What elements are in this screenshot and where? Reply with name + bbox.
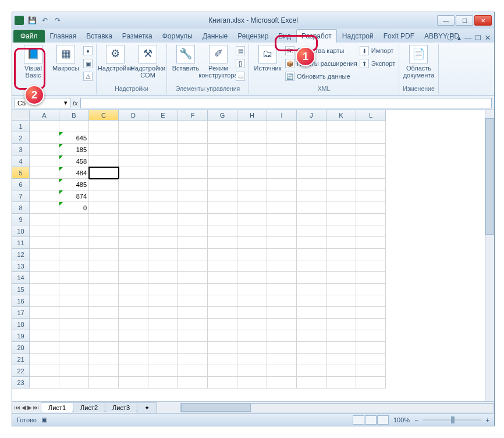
cell-F21[interactable] bbox=[178, 354, 208, 365]
tab-view[interactable]: Вид bbox=[274, 30, 296, 43]
cell-F4[interactable] bbox=[178, 156, 208, 167]
row-header-20[interactable]: 20 bbox=[12, 342, 30, 354]
cell-C20[interactable] bbox=[89, 342, 119, 354]
cell-K11[interactable] bbox=[326, 237, 356, 249]
cell-D6[interactable] bbox=[119, 179, 148, 190]
col-header-E[interactable]: E bbox=[148, 110, 178, 121]
cell-J4[interactable] bbox=[297, 156, 326, 167]
tab-formulas[interactable]: Формулы bbox=[158, 30, 197, 43]
cell-I17[interactable] bbox=[267, 307, 297, 319]
cell-F14[interactable] bbox=[178, 272, 208, 284]
com-addins-button[interactable]: ⚒ Надстройки COM bbox=[133, 45, 163, 79]
cell-L5[interactable] bbox=[356, 167, 386, 179]
cell-K19[interactable] bbox=[326, 330, 356, 342]
cell-B17[interactable] bbox=[59, 307, 89, 319]
zoom-level[interactable]: 100% bbox=[393, 416, 410, 423]
cell-B23[interactable] bbox=[59, 377, 89, 388]
row-header-18[interactable]: 18 bbox=[12, 319, 30, 330]
row-header-13[interactable]: 13 bbox=[12, 260, 30, 272]
cell-G2[interactable] bbox=[208, 132, 237, 144]
cell-J2[interactable] bbox=[297, 132, 326, 144]
row-header-4[interactable]: 4 bbox=[12, 156, 30, 167]
cell-D9[interactable] bbox=[119, 214, 148, 225]
cell-I16[interactable] bbox=[267, 295, 297, 307]
cell-K13[interactable] bbox=[326, 260, 356, 272]
cell-D7[interactable] bbox=[119, 190, 148, 202]
cell-G6[interactable] bbox=[208, 179, 237, 190]
cell-A4[interactable] bbox=[30, 156, 59, 167]
cell-H2[interactable] bbox=[237, 132, 267, 144]
cell-K22[interactable] bbox=[326, 365, 356, 377]
qat-undo-icon[interactable]: ↶ bbox=[40, 16, 49, 25]
cell-J5[interactable] bbox=[297, 167, 326, 179]
cell-E13[interactable] bbox=[148, 260, 178, 272]
cell-F15[interactable] bbox=[178, 284, 208, 295]
cell-E18[interactable] bbox=[148, 319, 178, 330]
cell-A13[interactable] bbox=[30, 260, 59, 272]
view-normal-button[interactable] bbox=[353, 415, 364, 425]
record-macro-button[interactable]: ● bbox=[83, 45, 93, 56]
cell-A18[interactable] bbox=[30, 319, 59, 330]
cell-C19[interactable] bbox=[89, 330, 119, 342]
col-header-D[interactable]: D bbox=[119, 110, 148, 121]
cell-J3[interactable] bbox=[297, 144, 326, 156]
cell-L7[interactable] bbox=[356, 190, 386, 202]
cell-G14[interactable] bbox=[208, 272, 237, 284]
cell-L13[interactable] bbox=[356, 260, 386, 272]
cell-L19[interactable] bbox=[356, 330, 386, 342]
cell-G11[interactable] bbox=[208, 237, 237, 249]
cell-K14[interactable] bbox=[326, 272, 356, 284]
col-header-A[interactable]: A bbox=[30, 110, 59, 121]
cell-F5[interactable] bbox=[178, 167, 208, 179]
cell-B9[interactable] bbox=[59, 214, 89, 225]
col-header-B[interactable]: B bbox=[59, 110, 89, 121]
cell-B5[interactable]: 484 bbox=[59, 167, 89, 179]
vscroll-thumb[interactable] bbox=[485, 118, 494, 235]
cell-H1[interactable] bbox=[237, 121, 267, 132]
sheet-tab-2[interactable]: Лист2 bbox=[73, 402, 105, 412]
cell-B6[interactable]: 485 bbox=[59, 179, 89, 190]
cell-H8[interactable] bbox=[237, 202, 267, 214]
cell-F20[interactable] bbox=[178, 342, 208, 354]
cell-E19[interactable] bbox=[148, 330, 178, 342]
cell-F16[interactable] bbox=[178, 295, 208, 307]
cell-K5[interactable] bbox=[326, 167, 356, 179]
cell-H22[interactable] bbox=[237, 365, 267, 377]
cell-E16[interactable] bbox=[148, 295, 178, 307]
tab-insert[interactable]: Вставка bbox=[81, 30, 117, 43]
cell-J11[interactable] bbox=[297, 237, 326, 249]
cell-L10[interactable] bbox=[356, 225, 386, 237]
cell-G22[interactable] bbox=[208, 365, 237, 377]
cell-E14[interactable] bbox=[148, 272, 178, 284]
cell-K21[interactable] bbox=[326, 354, 356, 365]
horizontal-scrollbar[interactable] bbox=[180, 403, 494, 412]
cell-G15[interactable] bbox=[208, 284, 237, 295]
cell-D20[interactable] bbox=[119, 342, 148, 354]
cell-E23[interactable] bbox=[148, 377, 178, 388]
cell-B7[interactable]: 874 bbox=[59, 190, 89, 202]
tab-addins[interactable]: Надстрой bbox=[338, 30, 378, 43]
cell-H18[interactable] bbox=[237, 319, 267, 330]
cell-I19[interactable] bbox=[267, 330, 297, 342]
minimize-button[interactable]: — bbox=[437, 15, 455, 26]
cell-F11[interactable] bbox=[178, 237, 208, 249]
namebox-dropdown-icon[interactable]: ▾ bbox=[64, 99, 68, 107]
cell-H6[interactable] bbox=[237, 179, 267, 190]
row-header-3[interactable]: 3 bbox=[12, 144, 30, 156]
cell-F10[interactable] bbox=[178, 225, 208, 237]
cell-I6[interactable] bbox=[267, 179, 297, 190]
sheet-tab-1[interactable]: Лист1 bbox=[41, 402, 73, 412]
cell-D22[interactable] bbox=[119, 365, 148, 377]
cell-G13[interactable] bbox=[208, 260, 237, 272]
cell-C13[interactable] bbox=[89, 260, 119, 272]
xml-source-button[interactable]: 🗂 Источник bbox=[253, 45, 283, 72]
col-header-K[interactable]: K bbox=[326, 110, 356, 121]
cell-F19[interactable] bbox=[178, 330, 208, 342]
row-header-1[interactable]: 1 bbox=[12, 121, 30, 132]
cell-E15[interactable] bbox=[148, 284, 178, 295]
cell-C22[interactable] bbox=[89, 365, 119, 377]
row-header-9[interactable]: 9 bbox=[12, 214, 30, 225]
cell-J19[interactable] bbox=[297, 330, 326, 342]
cell-G17[interactable] bbox=[208, 307, 237, 319]
macro-security-button[interactable]: ⚠ bbox=[83, 70, 93, 82]
